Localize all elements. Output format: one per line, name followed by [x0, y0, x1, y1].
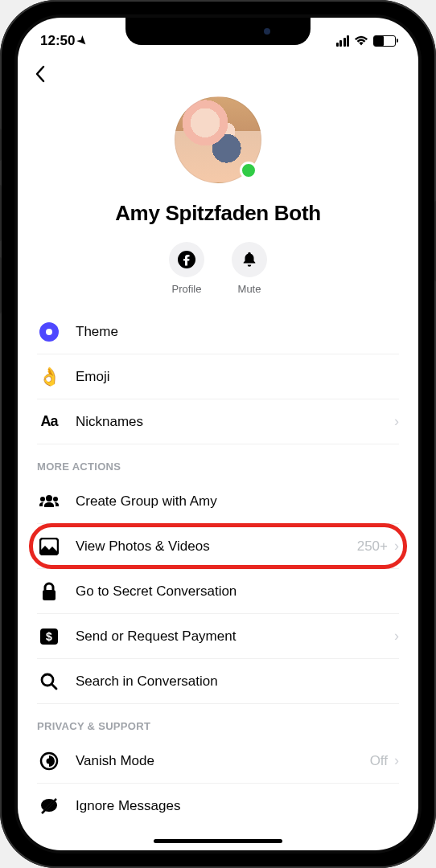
payment-row[interactable]: $ Send or Request Payment › [37, 614, 399, 659]
lock-icon [41, 582, 57, 601]
svg-line-9 [52, 684, 57, 689]
wifi-icon [354, 35, 368, 47]
svg-rect-5 [43, 590, 56, 600]
chevron-right-icon: › [394, 538, 399, 555]
photo-icon [39, 538, 59, 555]
create-group-row[interactable]: Create Group with Amy [37, 479, 399, 524]
setting-value: Off [370, 753, 388, 769]
emoji-icon: 👌 [39, 366, 60, 387]
facebook-icon [177, 250, 196, 269]
profile-name: Amy Spitzfaden Both [18, 201, 418, 226]
payment-icon: $ [39, 628, 59, 645]
ignore-messages-row[interactable]: Ignore Messages [37, 784, 399, 829]
avatar-container[interactable] [175, 96, 261, 183]
back-button[interactable] [34, 64, 47, 84]
svg-text:$: $ [46, 630, 52, 643]
ignore-icon [39, 796, 59, 816]
setting-label: View Photos & Videos [76, 538, 357, 555]
mute-action-button[interactable]: Mute [232, 242, 267, 295]
setting-label: Go to Secret Conversation [76, 583, 399, 600]
setting-value: 250+ [357, 538, 388, 555]
view-photos-row[interactable]: View Photos & Videos 250+ › [37, 524, 399, 569]
setting-label: Send or Request Payment [76, 628, 394, 645]
status-time: 12:50 [40, 33, 75, 49]
profile-action-label: Profile [169, 283, 204, 295]
emoji-row[interactable]: 👌 Emoji [37, 354, 399, 399]
vanish-mode-row[interactable]: Vanish Mode Off › [37, 739, 399, 784]
setting-label: Search in Conversation [76, 674, 399, 690]
secret-conversation-row[interactable]: Go to Secret Conversation [37, 569, 399, 614]
chevron-right-icon: › [394, 752, 399, 769]
profile-action-button[interactable]: Profile [169, 242, 204, 295]
section-header-privacy: PRIVACY & SUPPORT [37, 704, 399, 739]
search-icon [40, 673, 58, 690]
text-icon: Aa [40, 413, 57, 430]
battery-icon [373, 35, 396, 47]
svg-point-11 [47, 758, 52, 764]
group-icon [39, 493, 60, 510]
setting-label: Emoji [76, 369, 399, 385]
setting-label: Nicknames [76, 414, 394, 430]
section-header-more: MORE ACTIONS [37, 444, 399, 479]
nav-bar [18, 55, 418, 93]
setting-label: Create Group with Amy [76, 493, 399, 510]
nicknames-row[interactable]: Aa Nicknames › [37, 399, 399, 444]
svg-point-3 [53, 497, 58, 502]
vanish-icon [39, 751, 59, 771]
setting-label: Ignore Messages [76, 798, 399, 814]
online-indicator [240, 162, 257, 179]
location-icon: ➤ [76, 33, 92, 49]
chevron-right-icon: › [394, 413, 399, 430]
svg-point-2 [40, 497, 45, 502]
setting-label: Theme [76, 324, 399, 340]
theme-icon [39, 322, 59, 342]
mute-action-label: Mute [232, 283, 267, 295]
chevron-right-icon: › [394, 628, 399, 645]
cellular-icon [336, 35, 350, 47]
setting-label: Vanish Mode [76, 753, 370, 769]
bell-icon [241, 251, 258, 268]
search-conversation-row[interactable]: Search in Conversation [37, 659, 399, 704]
svg-point-1 [46, 495, 52, 502]
theme-row[interactable]: Theme [37, 309, 399, 354]
home-indicator[interactable] [154, 839, 282, 843]
device-notch [125, 18, 311, 45]
